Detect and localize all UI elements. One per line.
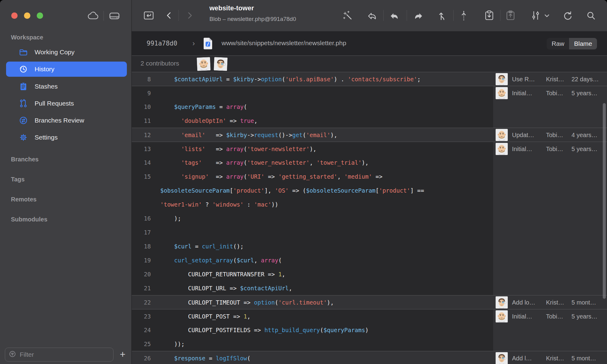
filter-input[interactable] [19,351,105,359]
commit-message: Initial… [512,90,543,97]
chevron-down-icon[interactable] [543,9,551,22]
redo-icon[interactable] [412,9,424,22]
sidebar-section-branches[interactable]: Branches [11,156,39,163]
code-line: 21 CURLOPT_URL => $contactApiUrl, [132,281,607,295]
sidebar-item-working-copy[interactable]: Working Copy [6,45,127,60]
apply-stash-icon[interactable] [504,9,517,22]
code-text: $obsoleteSourceParam['product'], 'OS' =>… [160,187,424,194]
code-text: curl_setopt_array($curl, array( [160,257,282,264]
workspace-section-label: Workspace [11,34,43,41]
commit-author: Tobi… [546,146,570,153]
author-avatar [496,296,508,308]
author-avatar [496,129,508,141]
breadcrumb-bar: 991a78d0 › www/site/snippets/newsletter/… [132,31,607,56]
code-text: 'doubleOptIn' => true, [160,117,257,124]
commit-message: Initial… [512,146,543,153]
divider [178,10,179,21]
rebase-icon[interactable] [458,9,470,22]
sidebar-section-tags[interactable]: Tags [11,176,25,183]
sidebar-section-remotes[interactable]: Remotes [11,196,36,203]
code-line: 22 CURLOPT_TIMEOUT => option('curl.timeo… [132,295,607,309]
code-text: $curl = curl_init(); [160,243,244,250]
code-text: CURLOPT_RETURNTRANSFER => 1, [160,271,285,278]
code-text: 'tags' => array('tower_newsletter', 'tow… [160,159,368,166]
blame-annotation[interactable]: Initial…Tobi…5 years… [493,86,607,100]
code-line: $obsoleteSourceParam['product'], 'OS' =>… [132,184,607,197]
code-text: CURLOPT_TIMEOUT => option('curl.timeout'… [160,299,334,306]
line-number: 21 [132,285,151,292]
window-subtitle: Blob – newsletter.php@991a78d0 [209,16,296,22]
sidebar-item-label: Stashes [35,83,58,90]
code-text: CURLOPT_URL => $contactApiUrl, [160,285,292,292]
code-line: 'tower1-win' ? 'windows' : 'mac')) [132,197,607,211]
raw-tab[interactable]: Raw [547,38,569,49]
minimize-button[interactable] [24,12,30,19]
sidebar-filter-field[interactable] [5,348,114,362]
sidebar-item-branches-review[interactable]: Branches Review [6,113,127,128]
commit-message: Updat… [512,132,543,139]
search-icon[interactable] [585,9,597,22]
code-line: 15 'signup' => array('URI' => 'getting_s… [132,170,607,184]
forward-icon[interactable] [184,9,196,22]
blame-annotation[interactable]: Updat…Tobi…4 years… [493,128,607,142]
close-button[interactable] [11,12,18,19]
author-avatar [496,143,508,155]
line-number: 9 [132,90,151,96]
contributor-avatar[interactable] [197,57,211,71]
sidebar-item-stashes[interactable]: Stashes [6,79,127,94]
blame-view: 8 $contactApiUrl = $kirby->option('urls.… [132,72,607,364]
sidebar-item-history[interactable]: History [6,62,127,77]
code-line: 20 CURLOPT_RETURNTRANSFER => 1, [132,267,607,281]
commit-date: 5 years… [571,146,598,153]
line-number: 20 [132,271,151,278]
compare-icon[interactable] [530,9,542,22]
raw-blame-toggle: Raw Blame [547,38,597,49]
magic-wand-icon[interactable] [342,9,354,22]
sidebar-item-settings[interactable]: Settings [6,130,127,145]
back-icon[interactable] [163,9,175,22]
blame-annotation[interactable]: Add l…Krist…5 mont… [493,351,607,364]
code-line: 14 'tags' => array('tower_newsletter', '… [132,156,607,170]
blame-annotation[interactable]: Use R…Krist…22 days… [493,72,607,86]
discard-icon[interactable] [366,9,378,22]
open-in-working-copy-icon[interactable] [143,9,155,22]
cloud-services-icon[interactable] [86,10,100,22]
add-repository-button[interactable]: + [117,348,129,361]
sidebar-item-label: Branches Review [35,117,84,124]
file-path[interactable]: www/site/snippets/newsletter/newsletter.… [222,39,346,47]
blame-annotation[interactable]: Add lo…Krist…5 mont… [493,295,607,309]
commit-hash[interactable]: 991a78d0 [147,40,177,47]
line-number: 16 [132,215,151,222]
window-title: website-tower [209,4,254,12]
line-number: 13 [132,146,151,152]
commit-date: 5 mont… [571,299,596,306]
commit-author: Tobi… [546,132,570,139]
stash-icon[interactable] [483,9,495,22]
vertical-scrollbar[interactable] [603,103,606,299]
sidebar-item-label: Pull Requests [35,100,74,107]
undo-icon[interactable] [388,9,401,22]
refresh-icon[interactable] [561,9,574,22]
code-line: 24 CURLOPT_POSTFIELDS => http_build_quer… [132,323,607,337]
line-number: 12 [132,132,151,138]
commit-author: Krist… [546,76,570,83]
window-controls [11,12,43,19]
line-number: 25 [132,341,151,347]
blame-annotation[interactable]: Initial…Tobi…5 years… [493,309,607,323]
local-repositories-icon[interactable] [108,10,121,22]
author-avatar [496,310,508,322]
commit-author: Tobi… [546,313,570,320]
divider [500,10,500,21]
gear-icon [19,133,28,142]
zoom-button[interactable] [37,12,43,19]
line-number: 23 [132,313,151,320]
blame-annotation[interactable]: Initial…Tobi…5 years… [493,142,607,156]
divider [383,10,384,21]
merge-icon[interactable] [436,9,449,22]
contributor-avatar[interactable] [214,57,228,71]
sidebar-item-label: Working Copy [35,49,75,56]
sidebar-section-submodules[interactable]: Submodules [11,216,47,223]
sidebar-item-pull-requests[interactable]: Pull Requests [6,96,127,111]
blame-tab[interactable]: Blame [569,38,597,49]
divider [453,10,454,21]
